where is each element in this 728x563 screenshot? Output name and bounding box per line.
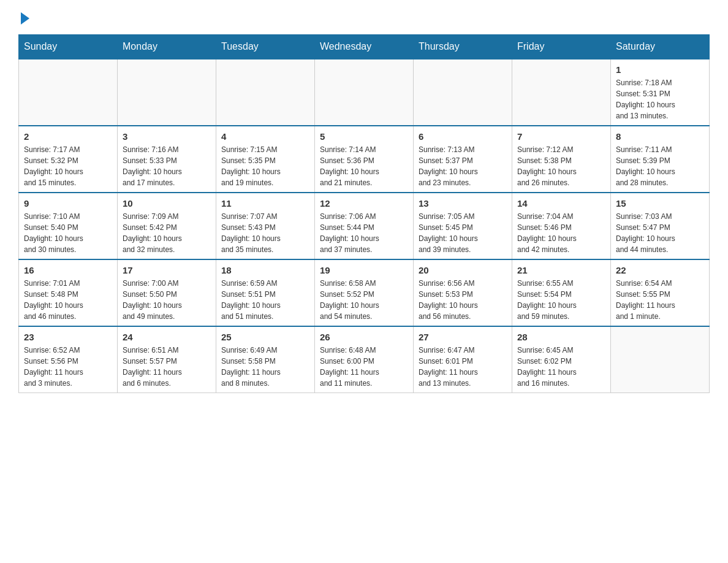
day-info-text: Daylight: 10 hours [419,166,507,177]
day-info-text: and 32 minutes. [123,244,211,255]
day-info-text: Sunrise: 7:09 AM [123,211,211,222]
day-info-text: Sunset: 5:33 PM [123,155,211,166]
calendar-cell: 24Sunrise: 6:51 AMSunset: 5:57 PMDayligh… [118,326,216,393]
day-info-text: Daylight: 10 hours [221,233,309,244]
calendar-week-row: 23Sunrise: 6:52 AMSunset: 5:56 PMDayligh… [19,326,710,393]
day-info-text: and 42 minutes. [517,244,605,255]
day-info-text: and 44 minutes. [616,244,704,255]
logo-triangle-icon [21,12,29,25]
day-info-text: and 49 minutes. [123,311,211,322]
day-info-text: and 13 minutes. [419,378,507,389]
day-info-text: Daylight: 10 hours [419,233,507,244]
day-number: 8 [616,130,704,143]
day-info-text: Sunrise: 7:01 AM [24,278,112,289]
day-info-text: Daylight: 10 hours [123,300,211,311]
day-info-text: Sunset: 5:36 PM [320,155,408,166]
day-number: 28 [517,331,605,343]
day-number: 9 [24,197,112,210]
calendar-week-row: 2Sunrise: 7:17 AMSunset: 5:32 PMDaylight… [19,126,710,193]
calendar-cell: 26Sunrise: 6:48 AMSunset: 6:00 PMDayligh… [315,326,414,393]
day-info-text: Daylight: 10 hours [517,166,605,177]
weekday-header-row: SundayMondayTuesdayWednesdayThursdayFrid… [19,35,710,59]
day-number: 2 [24,130,112,143]
calendar-cell: 10Sunrise: 7:09 AMSunset: 5:42 PMDayligh… [118,193,216,259]
calendar-cell: 2Sunrise: 7:17 AMSunset: 5:32 PMDaylight… [19,126,118,193]
calendar-cell: 14Sunrise: 7:04 AMSunset: 5:46 PMDayligh… [512,193,611,259]
day-info-text: Daylight: 10 hours [24,233,112,244]
day-info-text: Sunset: 5:48 PM [24,289,112,300]
calendar-cell: 22Sunrise: 6:54 AMSunset: 5:55 PMDayligh… [611,259,710,326]
day-info-text: Sunrise: 6:47 AM [419,345,507,356]
day-info-text: Sunrise: 7:14 AM [320,144,408,155]
day-number: 23 [24,331,112,343]
day-info-text: and 17 minutes. [123,177,211,188]
day-info-text: Sunrise: 7:05 AM [419,211,507,222]
calendar-week-row: 16Sunrise: 7:01 AMSunset: 5:48 PMDayligh… [19,259,710,326]
day-info-text: and 30 minutes. [24,244,112,255]
day-info-text: Sunrise: 7:12 AM [517,144,605,155]
day-info-text: Sunset: 5:43 PM [221,222,309,233]
day-info-text: and 15 minutes. [24,177,112,188]
calendar-cell: 15Sunrise: 7:03 AMSunset: 5:47 PMDayligh… [611,193,710,259]
day-info-text: Daylight: 10 hours [517,233,605,244]
day-info-text: Sunrise: 7:07 AM [221,211,309,222]
day-info-text: and 51 minutes. [221,311,309,322]
day-info-text: Sunset: 5:50 PM [123,289,211,300]
weekday-header-monday: Monday [118,35,216,59]
calendar-cell: 4Sunrise: 7:15 AMSunset: 5:35 PMDaylight… [216,126,315,193]
calendar-cell: 25Sunrise: 6:49 AMSunset: 5:58 PMDayligh… [216,326,315,393]
day-info-text: and 26 minutes. [517,177,605,188]
day-info-text: Sunrise: 7:18 AM [616,77,704,88]
day-info-text: Sunrise: 7:13 AM [419,144,507,155]
day-info-text: Sunrise: 7:16 AM [123,144,211,155]
calendar-cell: 21Sunrise: 6:55 AMSunset: 5:54 PMDayligh… [512,259,611,326]
day-info-text: Daylight: 10 hours [616,166,704,177]
day-info-text: Daylight: 10 hours [616,233,704,244]
weekday-header-tuesday: Tuesday [216,35,315,59]
day-number: 11 [221,197,309,210]
day-info-text: Sunrise: 6:45 AM [517,345,605,356]
day-info-text: Sunset: 5:46 PM [517,222,605,233]
day-info-text: Daylight: 11 hours [24,367,112,378]
day-info-text: Sunset: 5:35 PM [221,155,309,166]
calendar-cell [611,326,710,393]
day-info-text: Sunset: 5:45 PM [419,222,507,233]
day-info-text: Sunset: 5:51 PM [221,289,309,300]
day-info-text: Sunrise: 6:56 AM [419,278,507,289]
calendar-cell: 12Sunrise: 7:06 AMSunset: 5:44 PMDayligh… [315,193,414,259]
weekday-header-saturday: Saturday [611,35,710,59]
day-info-text: Daylight: 10 hours [616,99,704,110]
day-info-text: and 19 minutes. [221,177,309,188]
calendar-cell: 9Sunrise: 7:10 AMSunset: 5:40 PMDaylight… [19,193,118,259]
day-number: 22 [616,264,704,277]
day-info-text: Daylight: 11 hours [320,367,408,378]
day-info-text: Daylight: 10 hours [419,300,507,311]
day-info-text: Sunset: 5:31 PM [616,88,704,99]
day-info-text: and 37 minutes. [320,244,408,255]
day-info-text: Daylight: 11 hours [123,367,211,378]
day-info-text: Sunrise: 6:58 AM [320,278,408,289]
calendar-cell: 13Sunrise: 7:05 AMSunset: 5:45 PMDayligh… [414,193,512,259]
day-info-text: Daylight: 10 hours [320,233,408,244]
day-number: 10 [123,197,211,210]
day-info-text: Sunrise: 6:49 AM [221,345,309,356]
day-info-text: Sunset: 6:01 PM [419,356,507,367]
calendar-week-row: 1Sunrise: 7:18 AMSunset: 5:31 PMDaylight… [19,59,710,126]
calendar-week-row: 9Sunrise: 7:10 AMSunset: 5:40 PMDaylight… [19,193,710,259]
day-number: 15 [616,197,704,210]
calendar-cell: 18Sunrise: 6:59 AMSunset: 5:51 PMDayligh… [216,259,315,326]
day-info-text: Daylight: 11 hours [221,367,309,378]
calendar-cell [414,59,512,126]
calendar-cell: 8Sunrise: 7:11 AMSunset: 5:39 PMDaylight… [611,126,710,193]
day-info-text: Sunrise: 7:15 AM [221,144,309,155]
calendar-cell: 6Sunrise: 7:13 AMSunset: 5:37 PMDaylight… [414,126,512,193]
day-info-text: Sunset: 5:56 PM [24,356,112,367]
day-number: 7 [517,130,605,143]
day-number: 14 [517,197,605,210]
day-info-text: Sunset: 5:39 PM [616,155,704,166]
day-number: 12 [320,197,408,210]
day-info-text: Daylight: 10 hours [123,233,211,244]
day-info-text: Sunrise: 6:54 AM [616,278,704,289]
day-info-text: Sunrise: 6:55 AM [517,278,605,289]
calendar-cell: 5Sunrise: 7:14 AMSunset: 5:36 PMDaylight… [315,126,414,193]
